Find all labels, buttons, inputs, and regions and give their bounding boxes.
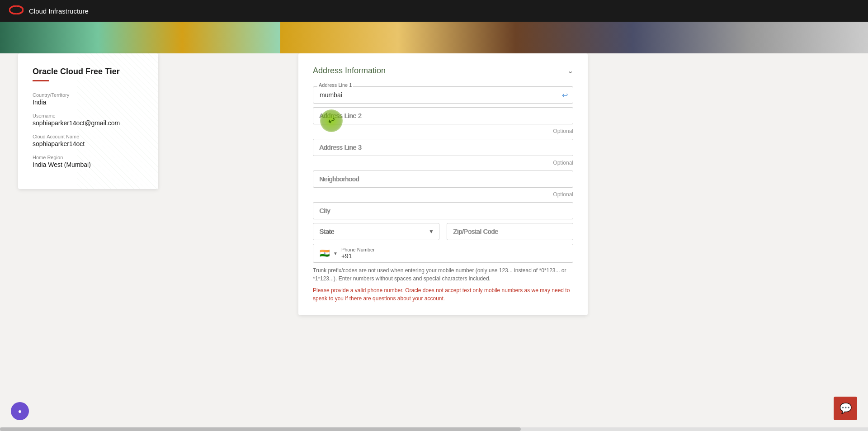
home-region-label: Home Region [33,155,144,160]
country-label: Country/Territory [33,92,144,98]
card-underline [33,80,49,81]
address-card: Address Information ⌄ ↩ Address Line 1 ↩ [298,53,588,315]
home-region-value: India West (Mumbai) [33,161,144,168]
username-value: sophiaparker14oct@gmail.com [33,119,144,127]
address-line3-field: Address Line 3 [313,139,573,156]
help-icon: ● [18,407,22,415]
free-tier-title: Oracle Cloud Free Tier [33,67,144,76]
left-banner-stripe [0,22,280,53]
state-select[interactable]: State [313,223,439,240]
neighborhood-field: Neighborhood [313,171,573,188]
svg-point-0 [9,6,23,14]
zip-field: Zip/Postal Code [447,223,573,240]
account-name-label: Cloud Account Name [33,134,144,139]
country-value: India [33,99,144,106]
state-zip-row: State State ▼ Zip/Postal Code [313,223,573,240]
address-line2-area: ↩ Address Line 2 Optional [313,107,573,134]
right-banner-stripe [280,22,868,53]
help-button[interactable]: ● [11,402,29,420]
zip-input[interactable] [447,223,573,240]
phone-label-group: Phone Number +91 [341,247,566,260]
address-line2-optional: Optional [313,128,573,134]
phone-dropdown-icon[interactable]: ▼ [333,251,338,256]
country-group: Country/Territory India [33,92,144,106]
left-column: Oracle Cloud Free Tier Country/Territory… [0,22,280,431]
enter-icon: ↩ [562,91,568,99]
city-field: City [313,202,573,219]
right-column: Address Information ⌄ ↩ Address Line 1 ↩ [280,22,868,431]
neighborhood-optional: Optional [313,191,573,198]
app-title: Cloud Infrastructure [29,7,89,15]
account-name-group: Cloud Account Name sophiaparker14oct [33,134,144,147]
chat-icon: 💬 [840,403,852,414]
trunk-prefix-hint: Trunk prefix/codes are not used when ent… [313,266,573,283]
address-line2-field: Address Line 2 [313,107,573,124]
address-title: Address Information [313,66,386,76]
top-navigation: Cloud Infrastructure [0,0,868,22]
oracle-logo [9,5,24,16]
chevron-down-icon[interactable]: ⌄ [567,66,573,75]
india-flag-icon: 🇮🇳 [320,248,330,258]
chat-button[interactable]: 💬 [834,397,857,420]
phone-country-code: +91 [341,252,566,260]
address-line3-input[interactable] [313,139,573,156]
city-input[interactable] [313,202,573,219]
valid-phone-hint: Please provide a valid phone number. Ora… [313,286,573,303]
address-header: Address Information ⌄ [313,66,573,76]
account-name-value: sophiaparker14oct [33,140,144,147]
scrollbar[interactable] [0,427,868,431]
neighborhood-input[interactable] [313,171,573,188]
address-line2-input[interactable] [313,107,573,124]
address-line1-field: ↩ Address Line 1 [313,86,573,104]
username-label: Username [33,113,144,118]
address-line3-optional: Optional [313,160,573,166]
state-field: State State ▼ [313,223,439,240]
phone-label: Phone Number [341,247,566,252]
free-tier-card: Oracle Cloud Free Tier Country/Territory… [18,53,158,189]
address-line1-input[interactable] [313,86,573,104]
home-region-group: Home Region India West (Mumbai) [33,155,144,168]
username-group: Username sophiaparker14oct@gmail.com [33,113,144,127]
phone-field[interactable]: 🇮🇳 ▼ Phone Number +91 [313,244,573,263]
scrollbar-thumb[interactable] [0,427,521,431]
